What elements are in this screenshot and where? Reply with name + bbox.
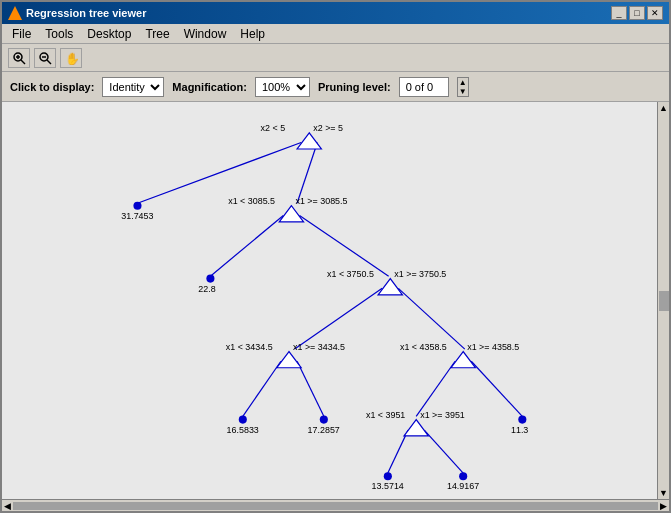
menu-file[interactable]: File: [6, 26, 37, 42]
svg-text:x2 >= 5: x2 >= 5: [313, 123, 343, 133]
svg-line-19: [424, 430, 463, 473]
pan-button[interactable]: ✋: [60, 48, 82, 68]
svg-text:x1 < 3085.5: x1 < 3085.5: [228, 196, 275, 206]
svg-point-23: [133, 202, 141, 210]
menu-help[interactable]: Help: [234, 26, 271, 42]
svg-marker-33: [277, 352, 301, 368]
svg-line-18: [388, 430, 408, 473]
window-title: Regression tree viewer: [26, 7, 146, 19]
svg-text:14.9167: 14.9167: [447, 481, 479, 491]
svg-text:13.5714: 13.5714: [372, 481, 404, 491]
pan-icon: ✋: [64, 51, 78, 65]
svg-line-1: [21, 60, 25, 64]
zoom-out-button[interactable]: [34, 48, 56, 68]
svg-point-41: [320, 416, 328, 424]
pruning-scrollbar[interactable]: ▲ ▼: [457, 77, 469, 97]
content-area: x2 < 5 x2 >= 5 31.7453 x1 < 3085.5 x1 >=…: [2, 102, 669, 499]
svg-point-28: [206, 275, 214, 283]
svg-line-11: [300, 215, 389, 276]
svg-marker-30: [378, 279, 402, 295]
horizontal-scrollbar[interactable]: ◀ ▶: [2, 499, 669, 511]
magnification-label: Magnification:: [172, 81, 247, 93]
title-bar: Regression tree viewer _ □ ✕: [2, 2, 669, 24]
svg-line-9: [297, 143, 317, 204]
maximize-button[interactable]: □: [629, 6, 645, 20]
zoom-in-icon: [12, 51, 26, 65]
svg-text:17.2857: 17.2857: [308, 425, 340, 435]
main-window: Regression tree viewer _ □ ✕ File Tools …: [0, 0, 671, 513]
svg-text:✋: ✋: [65, 51, 78, 65]
menu-desktop[interactable]: Desktop: [81, 26, 137, 42]
window-icon: [8, 6, 22, 20]
svg-line-5: [47, 60, 51, 64]
svg-point-39: [239, 416, 247, 424]
pruning-value: 0 of 0: [399, 77, 449, 97]
tree-canvas[interactable]: x2 < 5 x2 >= 5 31.7453 x1 < 3085.5 x1 >=…: [2, 102, 657, 499]
menu-tree[interactable]: Tree: [139, 26, 175, 42]
svg-point-46: [518, 416, 526, 424]
title-controls: _ □ ✕: [611, 6, 663, 20]
menu-tools[interactable]: Tools: [39, 26, 79, 42]
svg-text:x1 < 3951: x1 < 3951: [366, 410, 405, 420]
svg-text:x1 >= 3085.5: x1 >= 3085.5: [295, 196, 347, 206]
display-select[interactable]: Identity: [102, 77, 164, 97]
svg-point-50: [459, 472, 467, 480]
toolbar: ✋: [2, 44, 669, 72]
svg-text:x1 >= 3434.5: x1 >= 3434.5: [293, 342, 345, 352]
svg-text:x1 >= 3750.5: x1 >= 3750.5: [394, 269, 446, 279]
svg-line-12: [295, 288, 383, 349]
svg-marker-25: [279, 206, 303, 222]
svg-line-13: [398, 288, 464, 349]
svg-marker-20: [297, 133, 321, 149]
click-to-display-label: Click to display:: [10, 81, 94, 93]
magnification-select[interactable]: 100%: [255, 77, 310, 97]
zoom-out-icon: [38, 51, 52, 65]
pruning-level-label: Pruning level:: [318, 81, 391, 93]
menu-bar: File Tools Desktop Tree Window Help: [2, 24, 669, 44]
svg-marker-36: [451, 352, 475, 368]
svg-text:11.3: 11.3: [511, 425, 528, 435]
close-button[interactable]: ✕: [647, 6, 663, 20]
svg-text:x1 < 3434.5: x1 < 3434.5: [226, 342, 273, 352]
svg-marker-43: [404, 420, 428, 436]
svg-text:x2 < 5: x2 < 5: [261, 123, 286, 133]
svg-text:x1 >= 3951: x1 >= 3951: [420, 410, 465, 420]
svg-line-17: [471, 361, 522, 416]
svg-line-8: [137, 143, 301, 204]
svg-point-48: [384, 472, 392, 480]
options-bar: Click to display: Identity Magnification…: [2, 72, 669, 102]
svg-text:22.8: 22.8: [198, 284, 215, 294]
svg-text:x1 >= 4358.5: x1 >= 4358.5: [467, 342, 519, 352]
svg-line-16: [416, 361, 455, 416]
minimize-button[interactable]: _: [611, 6, 627, 20]
svg-line-14: [243, 361, 281, 416]
svg-text:x1 < 4358.5: x1 < 4358.5: [400, 342, 447, 352]
title-bar-left: Regression tree viewer: [8, 6, 146, 20]
vertical-scrollbar[interactable]: ▲ ▼: [657, 102, 669, 499]
tree-svg: x2 < 5 x2 >= 5 31.7453 x1 < 3085.5 x1 >=…: [2, 102, 657, 499]
svg-line-10: [210, 215, 283, 276]
svg-text:16.5833: 16.5833: [227, 425, 259, 435]
svg-text:x1 < 3750.5: x1 < 3750.5: [327, 269, 374, 279]
zoom-in-button[interactable]: [8, 48, 30, 68]
svg-line-15: [297, 361, 324, 416]
svg-text:31.7453: 31.7453: [121, 211, 153, 221]
menu-window[interactable]: Window: [178, 26, 233, 42]
